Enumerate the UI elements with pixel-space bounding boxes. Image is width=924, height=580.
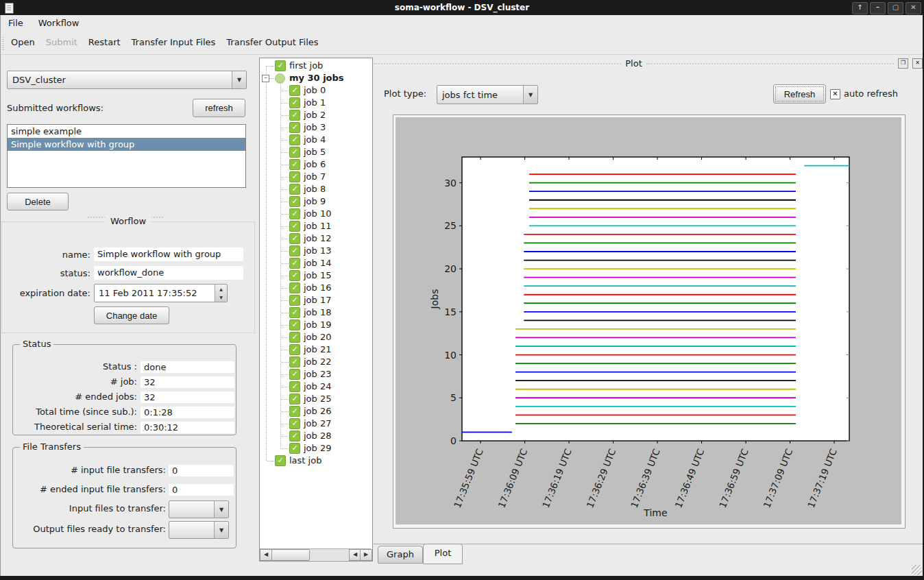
job-done-check-icon[interactable]: ✓ [289,147,300,158]
job-done-check-icon[interactable]: ✓ [289,208,300,219]
job-done-check-icon[interactable]: ✓ [289,443,300,454]
tree-item[interactable]: job 19 [304,319,332,331]
tree-hscrollbar[interactable]: ◀ ◀ ▶ [260,548,371,560]
tree-item[interactable]: job 1 [304,97,326,109]
toolbar-transfer-output-files[interactable]: Transfer Output Files [226,32,318,53]
scroll-left-icon[interactable]: ◀ [260,549,272,561]
tree-item[interactable]: job 28 [304,430,332,442]
job-done-check-icon[interactable]: ✓ [289,159,300,170]
job-done-check-icon[interactable]: ✓ [289,270,300,281]
tree-item[interactable]: job 26 [304,405,332,418]
toolbar-restart[interactable]: Restart [88,32,121,53]
job-done-check-icon[interactable]: ✓ [289,134,300,145]
job-done-check-icon[interactable]: ✓ [289,282,300,293]
job-done-check-icon[interactable]: ✓ [289,319,300,330]
tree-item[interactable]: job 9 [304,195,326,208]
job-done-check-icon[interactable]: ✓ [289,418,300,429]
tree-item[interactable]: job 2 [304,109,326,121]
tree-collapse-icon[interactable]: – [262,75,269,82]
group-status-icon[interactable] [275,73,285,84]
job-done-check-icon[interactable]: ✓ [289,233,300,244]
job-done-check-icon[interactable]: ✓ [289,184,300,195]
job-done-check-icon[interactable]: ✓ [289,85,300,96]
tree-item[interactable]: job 10 [304,208,332,220]
toolbar-open[interactable]: Open [11,32,35,53]
job-done-check-icon[interactable]: ✓ [289,394,300,404]
job-tree[interactable]: ◀ ◀ ▶ ✓first job–my 30 jobs✓job 0✓job 1✓… [259,58,373,561]
tree-item[interactable]: job 17 [304,294,332,306]
job-done-check-icon[interactable]: ✓ [289,357,300,367]
auto-refresh-checkbox[interactable]: ✕ [830,89,840,99]
scroll-right-icon[interactable]: ▶ [360,549,372,561]
job-done-check-icon[interactable]: ✓ [289,307,300,318]
tree-item[interactable]: job 22 [304,356,332,368]
tree-item[interactable]: job 21 [304,343,332,356]
job-done-check-icon[interactable]: ✓ [289,196,300,207]
job-done-check-icon[interactable]: ✓ [289,245,300,256]
tree-item[interactable]: my 30 jobs [289,72,344,84]
scrollbar-thumb[interactable] [271,549,310,561]
job-done-check-icon[interactable]: ✓ [289,110,300,121]
tree-item[interactable]: job 12 [304,232,332,245]
workflow-list-item[interactable]: simple example [8,125,245,138]
job-done-check-icon[interactable]: ✓ [289,406,300,417]
workflow-list-item[interactable]: Simple workflow with group [8,138,245,151]
job-done-check-icon[interactable]: ✓ [289,369,300,380]
tree-item[interactable]: job 6 [304,158,326,171]
tree-item[interactable]: job 11 [304,220,332,232]
spin-up-icon[interactable]: ▲ [215,285,227,293]
tree-item[interactable]: job 16 [304,282,332,294]
tree-item[interactable]: job 7 [304,171,326,183]
toolbar-transfer-input-files[interactable]: Transfer Input Files [132,32,216,53]
job-done-check-icon[interactable]: ✓ [275,60,286,71]
output-files-select[interactable]: ▼ [169,521,229,539]
tree-item[interactable]: job 0 [304,84,326,97]
tree-item[interactable]: job 3 [304,121,326,134]
job-done-check-icon[interactable]: ✓ [289,332,300,343]
job-done-check-icon[interactable]: ✓ [289,97,300,108]
job-done-check-icon[interactable]: ✓ [289,221,300,232]
job-done-check-icon[interactable]: ✓ [289,258,300,269]
job-done-check-icon[interactable]: ✓ [275,455,286,466]
tree-item[interactable]: first job [289,60,323,72]
shade-button[interactable]: ↑ [852,2,868,14]
menu-workflow[interactable]: Workflow [33,15,85,31]
tree-item[interactable]: job 18 [304,306,332,319]
tree-item[interactable]: job 25 [304,393,332,405]
tree-item[interactable]: job 5 [304,146,326,158]
dock-close-icon[interactable]: ✕ [912,58,923,69]
resize-grip[interactable] [912,565,922,575]
tab-graph[interactable]: Graph [378,546,423,564]
tree-item[interactable]: last job [289,455,321,467]
refresh-workflows-button[interactable]: refresh [193,99,245,117]
tree-item[interactable]: job 23 [304,368,332,380]
job-done-check-icon[interactable]: ✓ [289,344,300,355]
job-done-check-icon[interactable]: ✓ [289,295,300,306]
delete-button[interactable]: Delete [7,193,69,210]
close-button[interactable]: ✕ [905,2,921,14]
tree-item[interactable]: job 20 [304,331,332,343]
dock-float-icon[interactable]: ❐ [898,58,908,69]
change-date-button[interactable]: Change date [94,306,169,324]
expiration-date-spinbox[interactable]: 11 Feb 2011 17:35:52 ▲ ▼ [94,284,228,302]
workflow-list[interactable]: simple exampleSimple workflow with group [7,124,246,188]
tree-item[interactable]: job 13 [304,245,332,257]
job-done-check-icon[interactable]: ✓ [289,122,300,133]
resource-select[interactable]: DSV_cluster ▼ [7,71,247,89]
tree-item[interactable]: job 8 [304,183,326,195]
plot-type-select[interactable]: jobs fct time ▼ [437,85,538,104]
tree-item[interactable]: job 29 [304,442,332,455]
maximize-button[interactable]: ▢ [888,2,903,14]
tree-item[interactable]: job 27 [304,418,332,430]
tree-item[interactable]: job 14 [304,257,332,269]
job-done-check-icon[interactable]: ✓ [289,431,300,442]
refresh-plot-button[interactable]: Refresh [773,84,826,104]
tree-item[interactable]: job 4 [304,134,326,146]
input-files-select[interactable]: ▼ [169,500,229,518]
tab-plot[interactable]: Plot [423,544,463,564]
tree-item[interactable]: job 15 [304,269,332,282]
job-done-check-icon[interactable]: ✓ [289,381,300,392]
toolbar-handle[interactable] [2,36,4,50]
spin-down-icon[interactable]: ▼ [215,293,227,302]
job-done-check-icon[interactable]: ✓ [289,171,300,182]
